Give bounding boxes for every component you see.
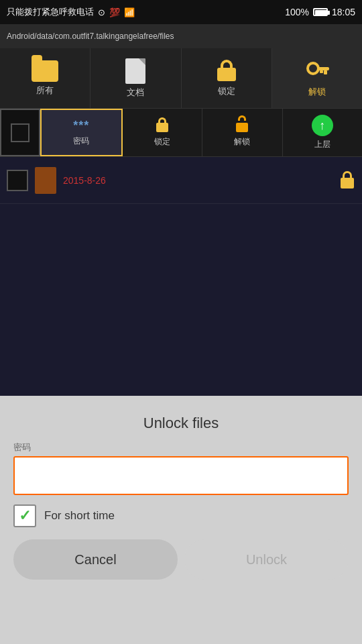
emergency-text: 只能拨打紧急呼救电话 xyxy=(7,6,94,18)
tab-unlocked-label: 解锁 xyxy=(308,86,326,98)
tab-all-label: 所有 xyxy=(36,85,54,97)
table-row[interactable]: 2015-8-26 xyxy=(0,157,362,204)
file-type-tabs: 所有 文档 锁定 解锁 xyxy=(0,48,362,109)
tab-unlocked[interactable]: 解锁 xyxy=(272,48,362,108)
status-right: 100% 18:05 xyxy=(285,7,355,17)
tab-docs-label: 文档 xyxy=(127,87,144,99)
lock-status-icon xyxy=(339,171,355,190)
data-icon: 💯 xyxy=(109,7,120,17)
path-bar: Android/data/com.outfit7.talkingangelafr… xyxy=(0,24,362,48)
unlock-dialog: Unlock files 密码 ✓ For short time Cancel … xyxy=(0,396,362,644)
up-icon: ↑ xyxy=(312,115,333,136)
network-icon: 📶 xyxy=(124,7,135,17)
filter-locked[interactable]: 锁定 xyxy=(123,109,203,156)
svg-rect-1 xyxy=(317,67,329,70)
mini-unlock-icon xyxy=(235,117,249,133)
short-time-label: For short time xyxy=(44,509,115,523)
folder-icon xyxy=(32,60,58,82)
key-icon xyxy=(305,59,329,83)
filter-password-label: 密码 xyxy=(73,136,89,147)
check-mark-icon: ✓ xyxy=(19,507,31,525)
lock-icon xyxy=(217,60,236,83)
filter-password[interactable]: *** 密码 xyxy=(40,109,123,156)
clock: 18:05 xyxy=(332,7,355,17)
file-date: 2015-8-26 xyxy=(63,175,333,186)
tab-locked[interactable]: 锁定 xyxy=(182,48,272,108)
battery-percent: 100% xyxy=(285,7,309,17)
svg-rect-2 xyxy=(324,70,327,74)
password-label: 密码 xyxy=(13,441,349,453)
filter-locked-label: 锁定 xyxy=(154,136,170,148)
password-section: 密码 xyxy=(13,441,349,495)
filter-unlocked-label: 解锁 xyxy=(234,136,250,148)
status-left: 只能拨打紧急呼救电话 ⊙ 💯 📶 xyxy=(7,6,135,18)
file-select-checkbox[interactable] xyxy=(7,170,28,191)
status-bar: 只能拨打紧急呼救电话 ⊙ 💯 📶 100% 18:05 xyxy=(0,0,362,24)
dialog-buttons: Cancel Unlock xyxy=(13,539,349,580)
svg-rect-3 xyxy=(320,70,323,73)
filter-up-label: 上层 xyxy=(314,139,330,150)
password-input[interactable] xyxy=(13,456,349,495)
filter-tabs: *** 密码 锁定 解锁 ↑ 上层 xyxy=(0,109,362,157)
tab-docs[interactable]: 文档 xyxy=(90,48,181,108)
filter-unlocked[interactable]: 解锁 xyxy=(202,109,283,156)
tab-locked-label: 锁定 xyxy=(218,85,235,97)
unlock-button[interactable]: Unlock xyxy=(184,539,349,580)
short-time-row: ✓ For short time xyxy=(13,504,349,527)
short-time-checkbox[interactable]: ✓ xyxy=(13,504,36,527)
mini-lock-icon xyxy=(156,117,169,133)
svg-point-0 xyxy=(308,63,318,74)
cancel-button[interactable]: Cancel xyxy=(13,539,178,580)
signal-icon: ⊙ xyxy=(98,7,105,17)
filter-up[interactable]: ↑ 上层 xyxy=(283,109,363,156)
file-path: Android/data/com.outfit7.talkingangelafr… xyxy=(7,32,174,41)
doc-icon xyxy=(125,58,145,84)
battery-icon xyxy=(313,8,328,16)
checkbox-icon xyxy=(11,123,29,142)
password-icon: *** xyxy=(73,119,89,133)
dialog-title: Unlock files xyxy=(143,415,219,432)
filter-checkbox[interactable] xyxy=(0,109,40,156)
file-folder-icon xyxy=(35,167,56,194)
tab-all[interactable]: 所有 xyxy=(0,48,90,108)
